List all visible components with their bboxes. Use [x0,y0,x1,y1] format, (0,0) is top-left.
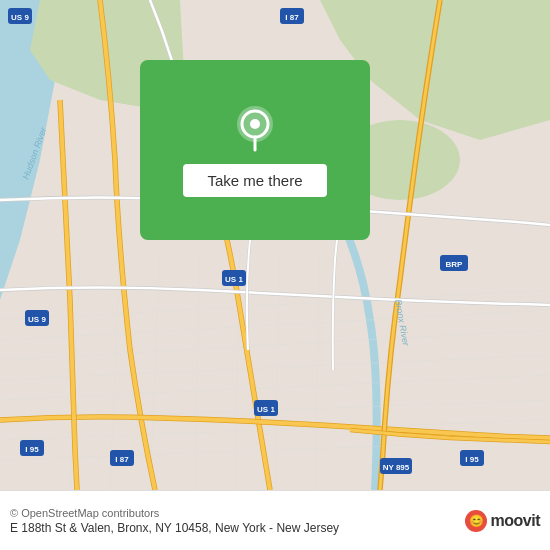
take-me-there-button[interactable]: Take me there [183,164,326,197]
bottom-bar: © OpenStreetMap contributors E 188th St … [0,490,550,550]
svg-text:NY 895: NY 895 [383,463,410,472]
moovit-logo: 😊 moovit [464,509,540,533]
svg-text:😊: 😊 [468,513,483,528]
svg-text:US 9: US 9 [11,13,29,22]
svg-point-45 [250,119,260,129]
take-me-there-overlay: Take me there [140,60,370,240]
copyright-text: © OpenStreetMap contributors [10,507,456,519]
map-container: US 9 US 9 I 87 I 87 US 1 US 1 BRP I 95 I… [0,0,550,490]
location-pin-icon [233,104,277,156]
svg-text:I 95: I 95 [25,445,39,454]
svg-text:I 95: I 95 [465,455,479,464]
svg-text:US 1: US 1 [225,275,243,284]
moovit-icon: 😊 [464,509,488,533]
svg-text:BRP: BRP [446,260,464,269]
address-text: E 188th St & Valen, Bronx, NY 10458, New… [10,521,456,535]
moovit-brand-text: moovit [491,512,540,530]
svg-text:US 9: US 9 [28,315,46,324]
svg-text:I 87: I 87 [115,455,129,464]
svg-text:US 1: US 1 [257,405,275,414]
svg-text:I 87: I 87 [285,13,299,22]
